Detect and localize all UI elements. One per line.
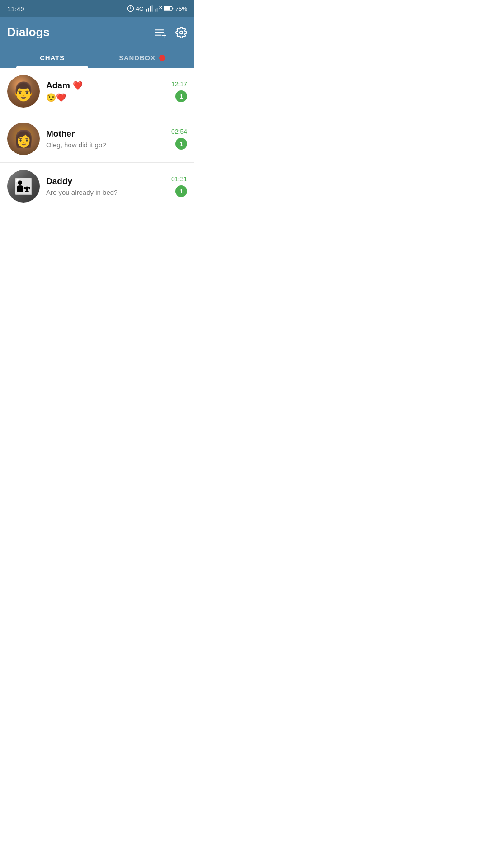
svg-rect-11 (164, 7, 170, 10)
chat-preview-daddy: Are you already in bed? (46, 189, 165, 196)
chat-preview-mother: Oleg, how did it go? (46, 141, 165, 149)
avatar-mother (7, 123, 40, 155)
chat-name-row-daddy: Daddy (46, 176, 165, 186)
header: Dialogs CHATS (0, 17, 194, 68)
unread-badge-mother: 1 (175, 138, 187, 150)
chat-meta-mother: 02:54 1 (171, 128, 187, 150)
tab-sandbox[interactable]: SANDBOX (97, 47, 187, 68)
svg-point-17 (180, 31, 183, 34)
tab-chats[interactable]: CHATS (7, 47, 97, 68)
chat-item-adam[interactable]: Adam ❤️ 😉❤️ 12:17 1 (0, 68, 194, 115)
chat-time-adam: 12:17 (171, 80, 187, 88)
chat-item-mother[interactable]: Mother Oleg, how did it go? 02:54 1 (0, 115, 194, 163)
svg-rect-2 (148, 8, 149, 12)
battery-label: 75% (175, 5, 187, 12)
chat-name-daddy: Daddy (46, 176, 72, 186)
chat-meta-daddy: 01:31 1 (171, 175, 187, 197)
status-icons: 4G 75% (127, 5, 187, 12)
page-title: Dialogs (7, 25, 50, 39)
status-bar: 11:49 4G 75% (0, 0, 194, 17)
chat-name-mother: Mother (46, 129, 75, 139)
chat-item-daddy[interactable]: Daddy Are you already in bed? 01:31 1 (0, 163, 194, 210)
unread-badge-daddy: 1 (175, 185, 187, 197)
svg-rect-10 (172, 8, 173, 10)
chat-name-row-adam: Adam ❤️ (46, 80, 165, 90)
svg-rect-6 (157, 8, 158, 12)
svg-rect-4 (151, 5, 153, 11)
chat-meta-adam: 12:17 1 (171, 80, 187, 102)
header-actions (155, 27, 187, 38)
clock-icon (127, 5, 134, 12)
svg-rect-5 (155, 9, 156, 11)
svg-rect-3 (150, 6, 151, 12)
chat-info-daddy: Daddy Are you already in bed? (46, 176, 165, 196)
chat-info-mother: Mother Oleg, how did it go? (46, 129, 165, 149)
svg-rect-1 (146, 9, 147, 11)
chat-preview-adam: 😉❤️ (46, 93, 165, 103)
unread-badge-adam: 1 (175, 90, 187, 102)
signal-icon (145, 5, 153, 12)
header-top: Dialogs (7, 25, 187, 39)
signal-label: 4G (136, 5, 144, 12)
tabs: CHATS SANDBOX (7, 47, 187, 68)
status-time: 11:49 (7, 5, 24, 13)
new-chat-icon (155, 28, 166, 38)
chat-name-row-mother: Mother (46, 129, 165, 139)
chat-info-adam: Adam ❤️ 😉❤️ (46, 80, 165, 103)
settings-icon (175, 27, 187, 38)
chat-name-emoji-adam: ❤️ (73, 80, 83, 90)
new-chat-button[interactable] (155, 28, 166, 38)
chat-list: Adam ❤️ 😉❤️ 12:17 1 Mother Oleg, how did… (0, 68, 194, 210)
signal-x-icon (155, 5, 162, 12)
sandbox-notification-dot (159, 55, 165, 61)
settings-button[interactable] (175, 27, 187, 38)
battery-icon (164, 5, 174, 12)
avatar-daddy (7, 170, 40, 203)
chat-time-mother: 02:54 (171, 128, 187, 135)
avatar-adam (7, 75, 40, 108)
chat-name-adam: Adam (46, 80, 70, 90)
chat-time-daddy: 01:31 (171, 175, 187, 183)
